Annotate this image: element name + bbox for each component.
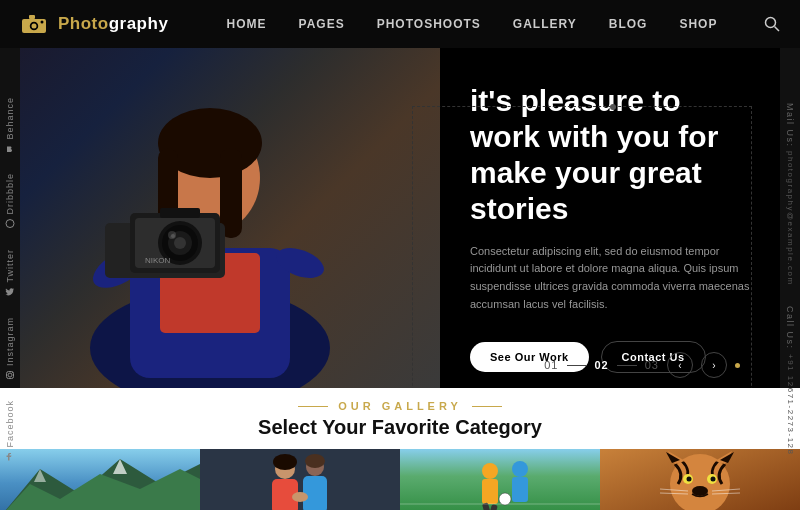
header: Photography HOME PAGES PHOTOSHOOTS GALLE…	[0, 0, 800, 48]
side-right: Mail Us: photography@example.com Call Us…	[780, 48, 800, 510]
nav-home[interactable]: HOME	[227, 17, 267, 31]
gallery-thumb-mountains[interactable]	[0, 449, 200, 510]
svg-point-44	[305, 454, 325, 468]
hero-image-area: NIKON	[20, 48, 440, 388]
svg-point-59	[711, 477, 716, 482]
camera-logo-icon	[18, 12, 50, 36]
social-dribbble[interactable]: Dribbble	[5, 163, 15, 239]
social-instagram[interactable]: Instagram	[5, 307, 15, 390]
slide-num-1: 01	[544, 359, 558, 371]
svg-line-6	[775, 27, 780, 32]
svg-rect-29	[160, 208, 200, 218]
svg-point-27	[174, 237, 186, 249]
slide-indicators: 01 02 03 ‹ ›	[544, 352, 740, 378]
svg-point-5	[766, 18, 776, 28]
svg-rect-51	[512, 477, 528, 502]
search-button[interactable]	[764, 16, 800, 32]
logo-text: Photography	[58, 14, 168, 34]
nav-pages[interactable]: PAGES	[299, 17, 345, 31]
slide-line-1	[567, 365, 587, 366]
social-behance[interactable]: Behance	[5, 87, 15, 164]
logo-area: Photography	[0, 12, 180, 36]
slide-num-2: 02	[595, 359, 609, 371]
nav-shop[interactable]: SHOP	[679, 17, 717, 31]
gallery-thumb-tiger[interactable]	[600, 449, 800, 510]
social-sidebar: Behance Dribbble Twitter Instagram Faceb…	[0, 48, 20, 510]
logo-prefix: Photo	[58, 14, 109, 33]
slide-next-button[interactable]: ›	[701, 352, 727, 378]
hero-photo: NIKON	[20, 48, 440, 388]
hero-content: it's pleasure to work with you for make …	[440, 48, 780, 388]
slide-num-3: 03	[645, 359, 659, 371]
svg-point-31	[168, 231, 176, 239]
side-tel: Call Us: +91 12671-2273-128	[785, 306, 795, 455]
svg-point-43	[273, 454, 297, 470]
svg-point-50	[512, 461, 528, 477]
gallery-thumbs	[0, 449, 800, 510]
svg-point-52	[499, 493, 511, 505]
svg-point-46	[482, 463, 498, 479]
svg-point-4	[41, 21, 44, 24]
photographer-svg: NIKON	[50, 68, 370, 388]
hero-title: it's pleasure to work with you for make …	[470, 83, 750, 227]
svg-rect-41	[303, 476, 327, 510]
slide-prev-button[interactable]: ‹	[667, 352, 693, 378]
svg-rect-47	[482, 479, 498, 504]
gallery-thumb-couple[interactable]	[200, 449, 400, 510]
svg-point-9	[8, 373, 12, 377]
main-nav: HOME PAGES PHOTOSHOOTS GALLERY BLOG SHOP	[180, 17, 764, 31]
svg-point-42	[292, 492, 308, 502]
svg-point-2	[32, 24, 37, 29]
gallery-thumb-sports[interactable]	[400, 449, 600, 510]
hero-description: Consectetur adipiscing elit, sed do eius…	[470, 243, 750, 313]
svg-rect-3	[29, 15, 35, 19]
tel-value: +91 12671-2273-128	[786, 354, 795, 456]
nav-blog[interactable]: BLOG	[609, 17, 648, 31]
gallery-section: OUR GALLERY Select Your Favorite Categor…	[0, 388, 800, 510]
nav-gallery[interactable]: GALLERY	[513, 17, 577, 31]
nav-photoshoots[interactable]: PHOTOSHOOTS	[377, 17, 481, 31]
svg-text:NIKON: NIKON	[145, 256, 171, 265]
email-value: photography@example.com	[786, 151, 795, 286]
email-label: Mail Us:	[785, 103, 795, 148]
hero-section: NIKON it's pleasure to work with you for…	[20, 48, 780, 388]
social-twitter[interactable]: Twitter	[5, 239, 15, 307]
slide-active-dot	[735, 363, 740, 368]
logo-suffix: graphy	[109, 14, 169, 33]
gallery-title: Select Your Favorite Category	[258, 416, 542, 439]
side-email: Mail Us: photography@example.com	[785, 103, 795, 286]
slide-line-2	[617, 365, 637, 366]
svg-point-58	[687, 477, 692, 482]
svg-point-7	[6, 220, 14, 228]
gallery-label: OUR GALLERY	[298, 400, 502, 412]
social-facebook[interactable]: Facebook	[5, 390, 15, 472]
tel-label: Call Us:	[785, 306, 795, 350]
